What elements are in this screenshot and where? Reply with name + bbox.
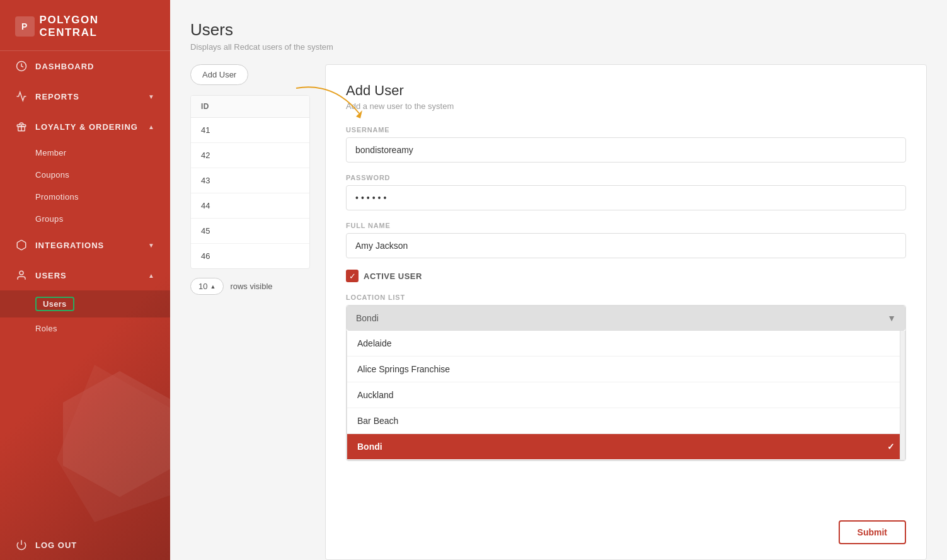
- users-selected-box: Users: [35, 297, 74, 311]
- location-option-adelaide[interactable]: Adelaide: [347, 331, 905, 357]
- chevron-up-icon2: ▲: [148, 272, 155, 279]
- sidebar-item-users[interactable]: USERS ▲: [0, 260, 170, 290]
- person-icon: [15, 269, 28, 282]
- submit-button[interactable]: Submit: [839, 520, 906, 544]
- page-title: Users: [190, 20, 927, 40]
- roles-label: Roles: [35, 324, 57, 333]
- sidebar-sub-users[interactable]: Users: [0, 290, 170, 317]
- main-content: Users Displays all Redcat users of the s…: [170, 0, 947, 560]
- power-icon: [15, 539, 28, 551]
- location-option-barbeach[interactable]: Bar Beach: [347, 408, 905, 434]
- rows-control: 10 ▲ rows visible: [190, 278, 310, 295]
- sidebar-sub-member[interactable]: Member: [0, 142, 170, 164]
- table-row[interactable]: 43: [191, 168, 309, 193]
- sidebar-sub-roles[interactable]: Roles: [0, 317, 170, 340]
- table-row[interactable]: 45: [191, 219, 309, 244]
- table-row[interactable]: 46: [191, 244, 309, 268]
- dropdown-scrollbar[interactable]: [900, 331, 905, 460]
- groups-label: Groups: [35, 214, 63, 224]
- dropdown-arrow-icon: ▼: [887, 313, 896, 323]
- table-row[interactable]: 42: [191, 143, 309, 168]
- fullname-group: FULL NAME: [346, 222, 906, 258]
- location-dropdown[interactable]: Bondi ▼ Adelaide Alice Springs Franchise: [346, 305, 906, 461]
- coupons-label: Coupons: [35, 170, 69, 180]
- logout-label: LOG OUT: [35, 540, 77, 550]
- sidebar: P POLYGON CENTRAL DASHBOARD REPORTS ▼ LO…: [0, 0, 170, 560]
- users-sub-label: Users: [43, 299, 67, 309]
- table-row[interactable]: 44: [191, 193, 309, 219]
- fullname-input[interactable]: [346, 233, 906, 258]
- sidebar-item-dashboard[interactable]: DASHBOARD: [0, 51, 170, 81]
- sidebar-sub-promotions[interactable]: Promotions: [0, 186, 170, 208]
- active-user-checkbox[interactable]: ✓: [346, 270, 359, 282]
- password-input[interactable]: [346, 185, 906, 210]
- form-subtitle: Add a new user to the system: [346, 101, 906, 111]
- location-dropdown-list: Adelaide Alice Springs Franchise Aucklan…: [347, 331, 905, 460]
- chart-icon: [15, 90, 28, 103]
- location-selected-value: Bondi: [356, 313, 379, 323]
- location-option-label: Bar Beach: [357, 416, 398, 426]
- sidebar-sub-coupons[interactable]: Coupons: [0, 164, 170, 186]
- chevron-down-icon2: ▼: [148, 242, 155, 249]
- sidebar-item-reports[interactable]: REPORTS ▼: [0, 81, 170, 111]
- content-area: Users Displays all Redcat users of the s…: [170, 0, 947, 560]
- active-user-label: ACTIVE USER: [364, 271, 422, 281]
- promotions-label: Promotions: [35, 192, 79, 202]
- table-header-id: ID: [191, 96, 309, 118]
- form-title: Add User: [346, 83, 906, 99]
- page-header: Users Displays all Redcat users of the s…: [190, 20, 927, 52]
- location-option-auckland[interactable]: Auckland: [347, 382, 905, 408]
- location-option-bondi[interactable]: Bondi ✓: [347, 434, 905, 460]
- table-row[interactable]: 41: [191, 118, 309, 143]
- sidebar-item-logout[interactable]: LOG OUT: [0, 530, 170, 560]
- sidebar-item-integrations[interactable]: INTEGRATIONS ▼: [0, 230, 170, 260]
- location-select-box[interactable]: Bondi ▼: [347, 306, 905, 331]
- chevron-down-icon: ▼: [148, 93, 155, 100]
- username-input[interactable]: [346, 137, 906, 163]
- username-group: USERNAME: [346, 126, 906, 163]
- location-option-label: Alice Springs Franchise: [357, 364, 450, 374]
- password-group: PASSWORD: [346, 174, 906, 210]
- reports-label: REPORTS: [35, 92, 79, 101]
- location-group: LOCATION LIST Bondi ▼ Adelaide: [346, 294, 906, 461]
- clock-icon: [15, 60, 28, 72]
- location-option-label: Bondi: [357, 442, 382, 452]
- chevron-up-icon: ▲: [148, 123, 155, 130]
- app-logo: P POLYGON CENTRAL: [0, 0, 170, 51]
- location-option-label: Adelaide: [357, 338, 392, 348]
- add-user-form-panel: Add User Add a new user to the system US…: [325, 64, 927, 560]
- left-panel: Add User ID 41 42 43 44 45 46 10 ▲: [190, 64, 310, 560]
- svg-marker-1: [57, 365, 170, 522]
- location-option-alice[interactable]: Alice Springs Franchise: [347, 357, 905, 382]
- sidebar-item-loyalty[interactable]: LOYALTY & ORDERING ▲: [0, 111, 170, 142]
- location-option-label: Auckland: [357, 390, 394, 400]
- page-subtitle: Displays all Redcat users of the system: [190, 42, 927, 52]
- rows-count: 10: [198, 282, 207, 291]
- password-label: PASSWORD: [346, 174, 906, 181]
- active-user-row: ✓ ACTIVE USER: [346, 270, 906, 282]
- sidebar-decoration: [57, 365, 170, 522]
- svg-point-5: [20, 271, 23, 275]
- gift-icon: [15, 120, 28, 133]
- box-icon: [15, 239, 28, 251]
- fullname-label: FULL NAME: [346, 222, 906, 229]
- rows-visible-label: rows visible: [230, 282, 272, 291]
- users-table: ID 41 42 43 44 45 46: [190, 95, 310, 269]
- logo-box: P: [15, 16, 35, 37]
- rows-visible-select[interactable]: 10 ▲: [190, 278, 224, 295]
- sidebar-sub-groups[interactable]: Groups: [0, 208, 170, 230]
- location-label: LOCATION LIST: [346, 294, 906, 301]
- member-label: Member: [35, 148, 66, 157]
- loyalty-label: LOYALTY & ORDERING: [35, 122, 138, 132]
- users-nav-label: USERS: [35, 271, 67, 280]
- dashboard-label: DASHBOARD: [35, 62, 95, 71]
- rows-count-arrow: ▲: [210, 283, 215, 290]
- app-name: POLYGON CENTRAL: [40, 14, 155, 39]
- svg-marker-0: [63, 371, 170, 497]
- selected-check-icon: ✓: [887, 442, 895, 452]
- integrations-label: INTEGRATIONS: [35, 241, 104, 250]
- add-user-button[interactable]: Add User: [190, 64, 248, 85]
- username-label: USERNAME: [346, 126, 906, 134]
